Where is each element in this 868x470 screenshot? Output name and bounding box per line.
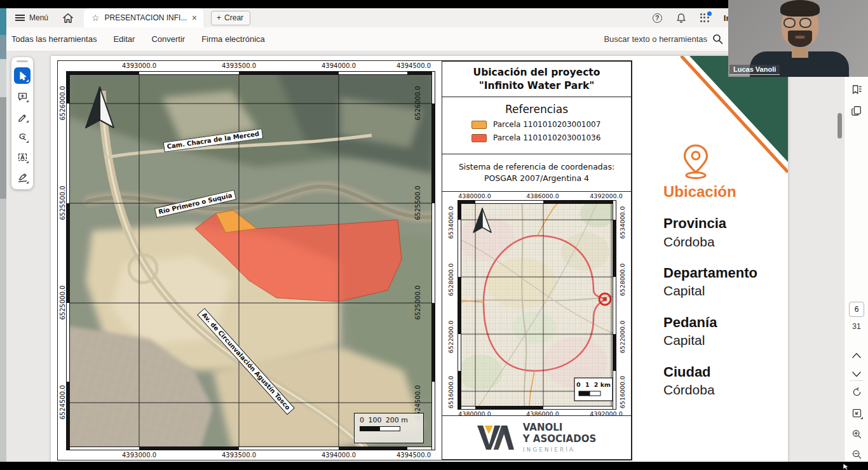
bottom-black-bar — [0, 462, 868, 470]
inset-frame-right — [613, 201, 616, 409]
home-button[interactable] — [62, 13, 74, 24]
field-value: Córdoba — [663, 233, 790, 250]
vertical-scrollbar[interactable] — [837, 113, 842, 138]
star-icon[interactable]: ☆ — [92, 13, 100, 23]
create-button[interactable]: + Crear — [211, 11, 250, 25]
notification-badge — [707, 11, 712, 16]
menu-button[interactable]: Menú — [15, 13, 48, 22]
zoom-out-button[interactable] — [850, 448, 863, 460]
hamburger-icon — [15, 15, 25, 22]
inset-x-tick: 4380000.0 — [452, 192, 497, 199]
inset-x-tick: 4386000.0 — [520, 192, 565, 199]
tab-convert[interactable]: Convertir — [151, 34, 185, 44]
chevron-up-icon — [852, 352, 861, 358]
bookmarks-panel-button[interactable] — [850, 83, 863, 96]
section-heading: Ubicación — [663, 183, 790, 201]
x-tick: 4394500.0 — [391, 452, 436, 459]
field-value: Capital — [663, 282, 790, 299]
satellite-imagery — [67, 72, 434, 449]
submenu-caret — [26, 181, 29, 184]
notifications-icon[interactable] — [676, 13, 686, 24]
y-tick: 6525500.0 — [414, 181, 421, 225]
legend-item: Parcela 1101010203001007 — [471, 120, 631, 129]
help-icon[interactable]: ? — [653, 13, 662, 23]
sign-tool-button[interactable] — [14, 169, 31, 185]
inset-scale-2: 2 km — [594, 381, 611, 388]
comment-tool-button[interactable] — [14, 88, 31, 104]
pages-icon — [851, 105, 862, 116]
quick-tools-panel — [11, 57, 33, 189]
search-icon — [712, 34, 723, 44]
map-frame-bottom — [67, 446, 435, 450]
draw-tool-button[interactable] — [14, 108, 31, 124]
map-frame-top — [67, 72, 435, 75]
total-pages-label: 31 — [844, 322, 868, 331]
va-logo-mark — [477, 424, 514, 451]
plus-icon: + — [217, 13, 221, 22]
background-window-edge — [0, 8, 6, 462]
submenu-caret — [26, 140, 29, 143]
apps-grid-icon[interactable] — [700, 13, 710, 23]
scale-200: 200 m — [386, 416, 408, 424]
select-tool-button[interactable] — [14, 67, 31, 84]
inset-scale-0: 0 — [576, 381, 581, 388]
legend-item: Parcela 1101010203001036 — [471, 133, 631, 142]
inset-map-box: 0 1 2 km 4380000.0 4386000.0 4392000.0 4… — [442, 191, 632, 416]
current-page-input[interactable]: 6 — [849, 302, 864, 317]
divider — [850, 380, 864, 381]
search-label: Buscar texto o herramientas — [604, 34, 707, 44]
legend-swatch-orange — [471, 121, 487, 129]
submenu-caret — [26, 120, 29, 123]
inset-frame-top — [458, 201, 616, 204]
crs-line2: POSGAR 2007/Argentina 4 — [442, 173, 631, 184]
inset-city-map: 0 1 2 km — [458, 200, 616, 410]
y-tick: 6525000.0 — [59, 281, 66, 325]
text-select-tool-button[interactable] — [14, 149, 31, 165]
page-thumbnails-button[interactable] — [850, 104, 863, 117]
home-icon — [62, 13, 74, 24]
zoom-in-button[interactable] — [850, 427, 863, 440]
webcam-video-overlay: Lucas Vanoli — [728, 0, 868, 77]
tab-edit[interactable]: Editar — [113, 34, 135, 44]
zoom-out-icon — [851, 449, 862, 460]
map-frame-left — [67, 72, 70, 450]
submenu-caret — [26, 100, 29, 102]
map-figure: Cam. Chacra de la Merced Río Primero o S… — [57, 60, 632, 460]
x-tick: 4393500.0 — [217, 452, 261, 459]
field-label: Provincia — [663, 215, 790, 233]
previous-page-button[interactable] — [850, 349, 863, 361]
inset-y-tick: 6534000.0 — [619, 201, 626, 245]
tab-all-tools[interactable]: Todas las herramientas — [11, 34, 97, 44]
glasses-lens-left — [783, 18, 796, 28]
bookmark-icon — [851, 84, 862, 95]
inset-y-tick: 6534000.0 — [447, 201, 454, 245]
presenter-hair — [780, 0, 820, 17]
y-tick: 6525500.0 — [59, 181, 66, 225]
y-tick: 6526000.0 — [59, 81, 66, 126]
presenter-mouth — [795, 36, 805, 39]
lasso-tool-button[interactable] — [14, 128, 31, 145]
drag-handle[interactable] — [17, 60, 28, 62]
tab-bar-right: ? Ini — [653, 8, 733, 27]
fit-page-button[interactable] — [850, 406, 863, 419]
next-page-button[interactable] — [850, 368, 863, 380]
inset-frame-bottom — [458, 406, 616, 409]
y-tick: 6524500.0 — [59, 380, 66, 425]
inset-x-tick: 4392000.0 — [584, 192, 628, 199]
search-control[interactable]: Buscar texto o herramientas — [604, 34, 723, 44]
submenu-caret — [26, 79, 29, 82]
close-icon[interactable]: × — [192, 13, 197, 23]
tab-esign[interactable]: Firma electrónica — [201, 34, 265, 44]
scale-bar: 0 100 200 m — [354, 413, 424, 443]
info-field: Ciudad Córdoba — [663, 363, 790, 399]
legend-label: Parcela 1101010203001007 — [493, 120, 600, 129]
rotate-icon — [851, 387, 862, 398]
figure-title-box: Ubicación del proyecto "Infinito Water P… — [442, 61, 632, 97]
zoom-in-icon — [851, 429, 862, 440]
rotate-page-button[interactable] — [850, 386, 863, 398]
location-info-panel: Ubicación Provincia Córdoba Departamento… — [663, 144, 790, 399]
right-sidebar: 6 31 — [844, 51, 868, 462]
mouse-cursor — [843, 463, 850, 470]
document-tab[interactable]: ☆ PRESENTACION INFI... × — [84, 8, 203, 27]
location-pin-icon — [681, 144, 710, 180]
